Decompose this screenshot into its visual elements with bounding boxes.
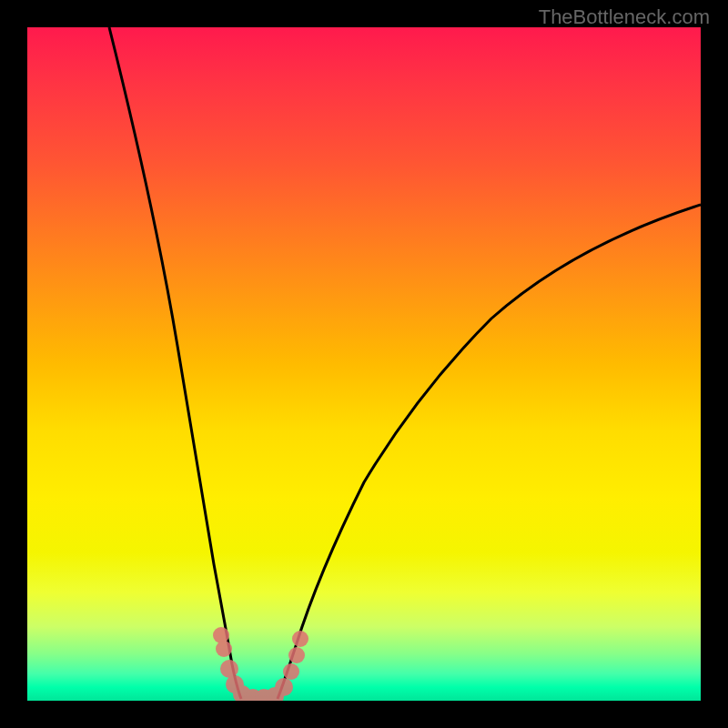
right-curve: [278, 205, 701, 699]
svg-point-1: [216, 641, 232, 657]
svg-point-0: [213, 627, 229, 643]
svg-point-2: [220, 660, 238, 678]
chart-svg: [27, 27, 701, 701]
svg-point-11: [292, 631, 308, 647]
svg-point-10: [288, 647, 305, 663]
left-curve: [109, 27, 241, 699]
svg-point-8: [275, 678, 293, 696]
chart-plot-area: [27, 27, 701, 701]
watermark-text: TheBottleneck.com: [539, 5, 710, 29]
bottom-markers: [213, 627, 308, 701]
svg-point-9: [283, 663, 299, 680]
